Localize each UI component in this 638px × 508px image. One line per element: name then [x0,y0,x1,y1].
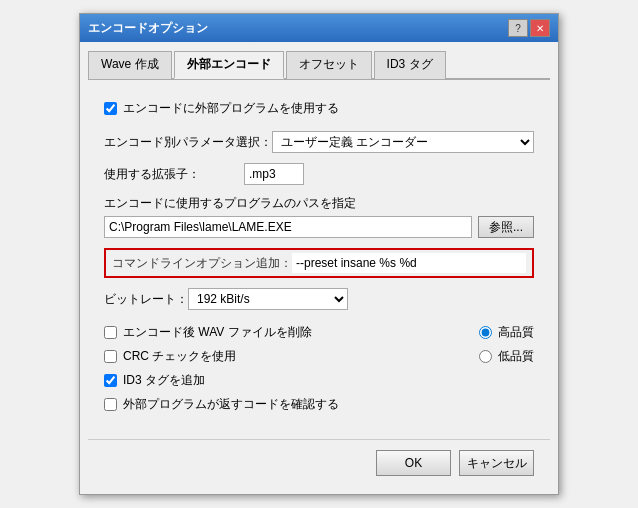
tab-external-encode[interactable]: 外部エンコード [174,51,284,79]
extension-row: 使用する拡張子： [104,163,534,185]
use-external-program-label: エンコードに外部プログラムを使用する [123,100,339,117]
check-return-label: 外部プログラムが返すコードを確認する [123,396,339,413]
checkboxes-area: エンコード後 WAV ファイルを削除 CRC チェックを使用 ID3 タグを追加… [104,324,459,413]
cancel-button[interactable]: キャンセル [459,450,534,476]
dialog-window: エンコードオプション ? ✕ Wave 作成 外部エンコード オフセット ID3… [79,13,559,495]
ok-button[interactable]: OK [376,450,451,476]
high-quality-label: 高品質 [498,324,534,341]
check-return-checkbox[interactable] [104,398,117,411]
tab-content: エンコードに外部プログラムを使用する エンコード別パラメータ選択： ユーザー定義… [88,92,550,435]
browse-button[interactable]: 参照... [478,216,534,238]
use-external-program-checkbox[interactable] [104,102,117,115]
use-crc-row: CRC チェックを使用 [104,348,459,365]
delete-wav-row: エンコード後 WAV ファイルを削除 [104,324,459,341]
tab-wave[interactable]: Wave 作成 [88,51,172,79]
low-quality-row: 低品質 [479,348,534,365]
encoder-param-row: エンコード別パラメータ選択： ユーザー定義 エンコーダーMP3AACOGG [104,131,534,153]
title-bar-buttons: ? ✕ [508,19,550,37]
program-path-row: 参照... [104,216,534,238]
use-external-program-row: エンコードに外部プログラムを使用する [104,100,534,117]
low-quality-radio[interactable] [479,350,492,363]
encoder-param-label: エンコード別パラメータ選択： [104,134,272,151]
bitrate-select[interactable]: 128 kBit/s160 kBit/s192 kBit/s256 kBit/s… [188,288,348,310]
dialog-title: エンコードオプション [88,20,208,37]
low-quality-label: 低品質 [498,348,534,365]
tab-bar: Wave 作成 外部エンコード オフセット ID3 タグ [88,50,550,80]
delete-wav-checkbox[interactable] [104,326,117,339]
cmd-option-input[interactable] [292,253,526,273]
check-return-row: 外部プログラムが返すコードを確認する [104,396,459,413]
bottom-buttons: OK キャンセル [88,439,550,486]
add-id3-row: ID3 タグを追加 [104,372,459,389]
radio-buttons-area: 高品質 低品質 [479,324,534,413]
options-area: エンコード後 WAV ファイルを削除 CRC チェックを使用 ID3 タグを追加… [104,324,534,413]
cmd-option-label: コマンドラインオプション追加： [112,255,292,272]
add-id3-checkbox[interactable] [104,374,117,387]
encoder-param-select[interactable]: ユーザー定義 エンコーダーMP3AACOGG [272,131,534,153]
close-button[interactable]: ✕ [530,19,550,37]
extension-input[interactable] [244,163,304,185]
add-id3-label: ID3 タグを追加 [123,372,205,389]
extension-label: 使用する拡張子： [104,166,244,183]
use-crc-label: CRC チェックを使用 [123,348,236,365]
high-quality-row: 高品質 [479,324,534,341]
high-quality-radio[interactable] [479,326,492,339]
program-path-input[interactable] [104,216,472,238]
help-button[interactable]: ? [508,19,528,37]
bitrate-row: ビットレート： 128 kBit/s160 kBit/s192 kBit/s25… [104,288,534,310]
title-bar: エンコードオプション ? ✕ [80,14,558,42]
program-path-label: エンコードに使用するプログラムのパスを指定 [104,195,534,212]
tab-offset[interactable]: オフセット [286,51,372,79]
cmd-option-row: コマンドラインオプション追加： [104,248,534,278]
use-crc-checkbox[interactable] [104,350,117,363]
bitrate-label: ビットレート： [104,291,188,308]
delete-wav-label: エンコード後 WAV ファイルを削除 [123,324,312,341]
tab-id3[interactable]: ID3 タグ [374,51,446,79]
dialog-body: Wave 作成 外部エンコード オフセット ID3 タグ エンコードに外部プログ… [80,42,558,494]
